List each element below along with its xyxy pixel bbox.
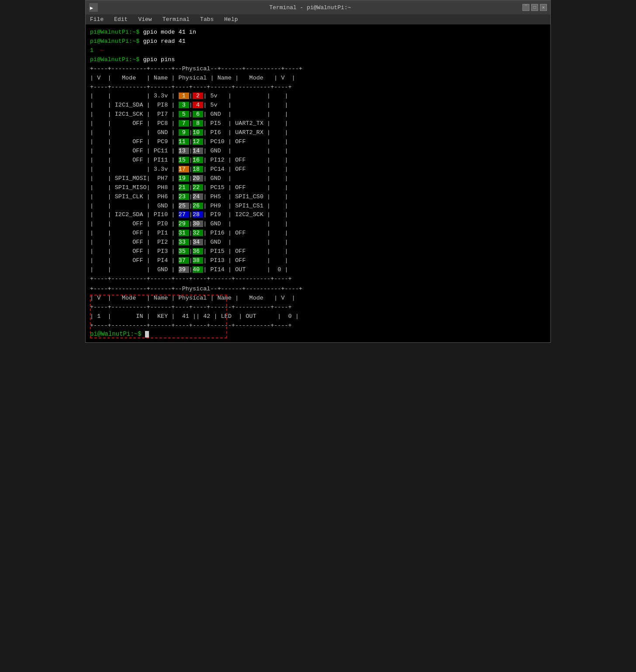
second-table-output: +----+----------+------+--Physical--+---… (90, 285, 546, 331)
close-button[interactable]: ✕ (540, 4, 547, 11)
cursor (145, 331, 149, 338)
titlebar: ▶ Terminal - pi@WalnutPi:~ ‾ □ ✕ (86, 0, 550, 14)
menu-edit[interactable]: Edit (111, 15, 130, 24)
terminal-window: ▶ Terminal - pi@WalnutPi:~ ‾ □ ✕ File Ed… (85, 0, 551, 343)
menu-terminal[interactable]: Terminal (160, 15, 192, 24)
svg-text:▶: ▶ (90, 5, 93, 11)
menu-view[interactable]: View (135, 15, 154, 24)
maximize-button[interactable]: □ (531, 4, 538, 11)
window-icon: ▶ (89, 3, 98, 12)
second-table-section: +----+----------+------+--Physical--+---… (90, 285, 546, 331)
window-title: Terminal - pi@WalnutPi:~ (98, 4, 522, 11)
minimize-button[interactable]: ‾ (522, 4, 529, 11)
terminal-output: pi@WalnutPi:~$ gpio mode 41 in pi@Walnut… (90, 28, 546, 284)
menubar: File Edit View Terminal Tabs Help (86, 14, 550, 24)
command-prompt-line: pi@WalnutPi:~$ (90, 330, 546, 339)
terminal-content[interactable]: pi@WalnutPi:~$ gpio mode 41 in pi@Walnut… (86, 24, 550, 342)
menu-help[interactable]: Help (221, 15, 240, 24)
prompt-text: pi@WalnutPi:~$ (90, 331, 142, 338)
window-controls: ‾ □ ✕ (522, 4, 547, 11)
menu-tabs[interactable]: Tabs (197, 15, 216, 24)
menu-file[interactable]: File (87, 15, 106, 24)
